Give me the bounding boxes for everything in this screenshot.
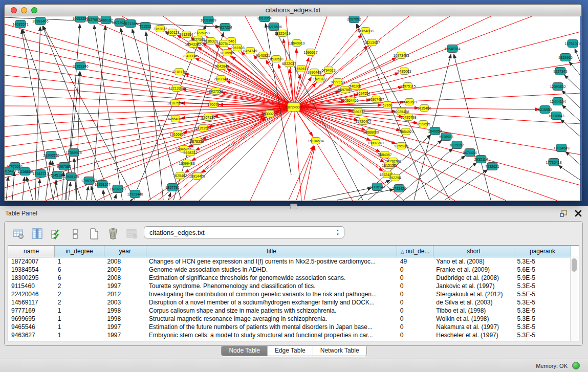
- cell-title[interactable]: Genome-wide association studies in ADHD.: [146, 266, 397, 274]
- delete-item-icon[interactable]: [106, 228, 120, 240]
- graph-node[interactable]: 16210643: [548, 112, 564, 120]
- cell-year[interactable]: 2003: [104, 298, 146, 307]
- graph-edge[interactable]: [5, 107, 294, 178]
- cell-title[interactable]: Embryonic stem cells: a model to study s…: [146, 331, 397, 339]
- cell-short[interactable]: Yano et al. (2008): [433, 257, 514, 266]
- table-row[interactable]: 1830029562008Estimation of significance …: [8, 274, 571, 282]
- graph-node[interactable]: 7625402: [173, 172, 187, 179]
- cell-name[interactable]: 18724007: [8, 257, 55, 266]
- cell-pagerank[interactable]: 5.3E-5: [514, 282, 571, 290]
- graph-node[interactable]: 16099488: [179, 160, 194, 167]
- graph-node[interactable]: 9671355: [123, 20, 137, 28]
- show-columns-icon[interactable]: [31, 228, 44, 240]
- graph-edge[interactable]: [454, 54, 491, 200]
- graph-node[interactable]: 18640910: [289, 40, 304, 47]
- delete-table-icon[interactable]: [125, 228, 139, 240]
- graph-node[interactable]: 14463627: [401, 99, 417, 105]
- cell-short[interactable]: Dudbridge et al. (2008): [433, 274, 514, 282]
- cell-out[interactable]: 49: [397, 257, 433, 266]
- graph-node[interactable]: 9227343: [553, 68, 567, 75]
- cell-in[interactable]: 6: [55, 274, 104, 282]
- cell-year[interactable]: 1997: [104, 331, 146, 339]
- cell-pagerank[interactable]: 5.3E-5: [514, 298, 571, 307]
- cell-short[interactable]: Jankovic et al. (1997): [433, 282, 514, 290]
- cell-in[interactable]: 1: [55, 323, 104, 331]
- graph-node[interactable]: 9857791: [165, 184, 179, 191]
- cell-short[interactable]: Wolkin et al. (1998): [433, 315, 514, 323]
- graph-node[interactable]: 2718176: [172, 69, 186, 75]
- graph-node[interactable]: 23226058: [193, 30, 209, 36]
- graph-node[interactable]: 8215953: [538, 106, 552, 114]
- graph-edge[interactable]: [294, 107, 353, 201]
- graph-node[interactable]: 9146821: [256, 52, 270, 59]
- column-header-in_degree[interactable]: in_degree: [55, 246, 104, 257]
- graph-node[interactable]: 18724007: [286, 103, 301, 112]
- cell-out[interactable]: 0: [397, 290, 433, 298]
- tab-node-table[interactable]: Node Table: [222, 346, 268, 356]
- graph-node[interactable]: 10807487: [368, 96, 384, 103]
- cell-out[interactable]: 0: [397, 315, 433, 323]
- float-panel-icon[interactable]: [559, 209, 568, 217]
- graph-node[interactable]: 17735418: [546, 159, 561, 166]
- graph-edge[interactable]: [103, 190, 104, 200]
- graph-edge[interactable]: [294, 16, 491, 107]
- graph-edge[interactable]: [404, 156, 465, 200]
- tab-network-table[interactable]: Network Table: [313, 346, 366, 356]
- cell-in[interactable]: 1: [55, 331, 104, 339]
- graph-edge[interactable]: [5, 106, 294, 107]
- table-row[interactable]: 946554611997Estimation of the future num…: [8, 323, 571, 331]
- graph-node[interactable]: 18107554: [167, 100, 183, 106]
- graph-node[interactable]: 9097588: [57, 163, 71, 170]
- cell-year[interactable]: 2008: [104, 274, 146, 282]
- graph-edge[interactable]: [289, 146, 313, 200]
- node-table[interactable]: namein_degreeyeartitle△out_de...shortpag…: [8, 245, 579, 341]
- cell-year[interactable]: 1998: [104, 315, 146, 323]
- graph-node[interactable]: 12444154: [550, 98, 565, 105]
- new-item-icon[interactable]: [88, 228, 101, 240]
- cell-pagerank[interactable]: 5.3E-5: [514, 331, 571, 339]
- graph-edge[interactable]: [65, 72, 80, 200]
- column-header-out_de[interactable]: △out_de...: [397, 246, 433, 257]
- column-header-title[interactable]: title: [146, 246, 397, 257]
- cell-title[interactable]: Tourette syndrome. Phenomenology and cla…: [146, 282, 397, 290]
- graph-edge[interactable]: [294, 107, 580, 185]
- table-select-dropdown[interactable]: citations_edges.txt ▲▼: [144, 226, 344, 238]
- cell-in[interactable]: 2: [55, 290, 104, 298]
- graph-node[interactable]: 12325419: [274, 30, 290, 37]
- cell-year[interactable]: 2008: [104, 257, 146, 266]
- cell-name[interactable]: 9115460: [8, 282, 55, 290]
- cell-short[interactable]: Nakamura et al. (1997): [433, 323, 514, 331]
- graph-node[interactable]: 7986372: [351, 108, 365, 115]
- graph-edge[interactable]: [564, 75, 580, 91]
- table-row[interactable]: 1872400712008Changes of HCN gene express…: [8, 257, 571, 266]
- graph-edge[interactable]: [312, 188, 372, 200]
- cell-pagerank[interactable]: 5.5E-5: [514, 290, 571, 298]
- cell-name[interactable]: 9777169: [8, 307, 55, 315]
- cell-year[interactable]: 2012: [104, 290, 146, 298]
- cell-title[interactable]: Estimation of the future numbers of pati…: [146, 323, 397, 331]
- graph-node[interactable]: 16648784: [444, 45, 460, 53]
- cell-short[interactable]: Stergiakouli et al. (2012): [433, 290, 514, 298]
- graph-node[interactable]: 15184594: [308, 138, 323, 144]
- table-row[interactable]: 969969511998Structural magnetic resonanc…: [8, 315, 571, 323]
- graph-node[interactable]: 2935114: [474, 156, 488, 163]
- graph-edge[interactable]: [179, 118, 266, 200]
- graph-edge[interactable]: [445, 169, 488, 200]
- graph-edge[interactable]: [565, 151, 580, 165]
- graph-edge[interactable]: [294, 16, 409, 107]
- table-row[interactable]: 1938455462009Genome-wide association stu…: [8, 266, 571, 274]
- cell-name[interactable]: 9463627: [8, 331, 55, 339]
- graph-edge[interactable]: [560, 119, 580, 137]
- cell-short[interactable]: Hescheler et al. (1997): [433, 331, 514, 339]
- cell-short[interactable]: de Silva et al. (2003): [433, 298, 514, 307]
- graph-node[interactable]: 9115460: [418, 105, 431, 112]
- cell-year[interactable]: 2009: [104, 266, 146, 274]
- graph-node[interactable]: 546: [227, 38, 236, 45]
- cell-pagerank[interactable]: 5.3E-5: [514, 307, 571, 315]
- cell-in[interactable]: 2: [55, 282, 104, 290]
- graph-node[interactable]: 9699695: [416, 121, 430, 127]
- cell-short[interactable]: Tibbo et al. (1998): [433, 307, 514, 315]
- column-header-short[interactable]: short: [433, 246, 514, 257]
- cell-title[interactable]: Investigating the contribution of common…: [146, 290, 397, 298]
- graph-node[interactable]: 8912954: [179, 31, 193, 38]
